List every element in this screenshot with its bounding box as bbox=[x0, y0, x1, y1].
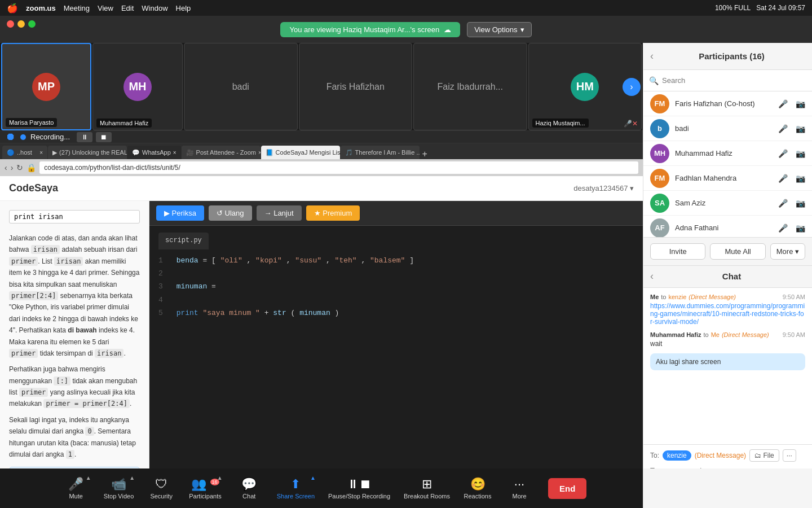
security-toolbar-item[interactable]: 🛡 Security bbox=[142, 471, 181, 505]
view-options-button[interactable]: View Options ▾ bbox=[467, 22, 531, 37]
view-options-chevron: ▾ bbox=[520, 25, 524, 34]
browser-tab-5[interactable]: 🎵 Therefore I Am - Billie ... × bbox=[341, 146, 420, 159]
tab-label-1: (27) Unlocking the REAL Tr... bbox=[59, 149, 127, 156]
menu-view[interactable]: View bbox=[98, 4, 113, 12]
participant-name-mhafiz-list: Muhammad Hafiz bbox=[675, 149, 770, 157]
code-primer: primer bbox=[9, 257, 38, 266]
video-thumb-faris[interactable]: Faris Hafizhan bbox=[299, 43, 413, 130]
recording-pause-button[interactable]: ⏸ bbox=[77, 132, 92, 142]
minimize-button[interactable] bbox=[17, 20, 25, 28]
chat-msg-link-1[interactable]: https://www.dummies.com/programming/prog… bbox=[650, 302, 805, 326]
video-thumb-marisa[interactable]: MP Marisa Paryasto bbox=[1, 43, 91, 130]
sidebar-para-3: Sekali lagi ingat ya, indeks itu angkany… bbox=[9, 414, 140, 461]
bottom-right-spacer bbox=[643, 468, 812, 508]
recording-toolbar-icon: ⏸⏹ bbox=[347, 477, 372, 492]
premium-button[interactable]: ★ Premium bbox=[306, 205, 360, 221]
tab-favicon-2: 💬 bbox=[132, 149, 140, 156]
share-screen-label: Share Screen bbox=[277, 493, 315, 500]
video-icon-badi: 📷 bbox=[796, 124, 805, 133]
maximize-button[interactable] bbox=[28, 20, 36, 28]
video-icon-mhafiz: 📷 bbox=[796, 149, 805, 158]
chat-file-button[interactable]: 🗂 File bbox=[749, 449, 779, 462]
search-input[interactable] bbox=[662, 76, 806, 85]
close-button[interactable] bbox=[7, 20, 14, 28]
menu-help[interactable]: Help bbox=[176, 4, 191, 12]
recording-toolbar-item[interactable]: ⏸⏹ Pause/Stop Recording bbox=[323, 471, 396, 505]
view-options-label: View Options bbox=[474, 25, 517, 34]
app-name[interactable]: zoom.us bbox=[26, 4, 56, 12]
tab-close-3[interactable]: × bbox=[258, 150, 261, 156]
security-icon: 🛡 bbox=[155, 477, 167, 492]
more-toolbar-item[interactable]: ··· More bbox=[500, 471, 539, 505]
participants-list: FM Faris Hafizhan (Co-host) 🎤 📷 b badi 🎤… bbox=[643, 91, 812, 237]
tab-favicon-5: 🎵 bbox=[345, 149, 353, 156]
sidebar-para-1: Jalankan code di atas, dan anda akan lih… bbox=[9, 233, 140, 359]
recording-toolbar-label: Pause/Stop Recording bbox=[328, 493, 390, 500]
browser-tab-4[interactable]: 📘 CodeSayaJ Mengisi List U... × bbox=[261, 146, 340, 159]
chat-msg-header-2: Muhammad Hafiz to Me (Direct Message) 9:… bbox=[650, 331, 805, 338]
reactions-toolbar-item[interactable]: 😊 Reactions bbox=[458, 471, 497, 505]
code-editor[interactable]: script.py 1 benda = [ "oli" , "kopi" , "… bbox=[149, 226, 643, 480]
reactions-label: Reactions bbox=[464, 493, 492, 500]
participants-collapse-button[interactable]: ‹ bbox=[650, 50, 654, 62]
video-thumb-faiz[interactable]: Faiz Ibadurrah... bbox=[413, 43, 527, 130]
more-actions-button[interactable]: More ▾ bbox=[770, 243, 805, 260]
back-button[interactable]: ‹ bbox=[5, 163, 7, 172]
browser-tab-2[interactable]: 💬 WhatsApp × bbox=[127, 146, 181, 159]
video-thumb-badi[interactable]: badi bbox=[184, 43, 298, 130]
mute-toolbar-item[interactable]: ▲ 🎤 Mute bbox=[56, 471, 96, 505]
reload-button[interactable]: ↻ bbox=[16, 163, 23, 172]
stop-video-toolbar-item[interactable]: ▲ 📹 Stop Video bbox=[98, 471, 140, 505]
video-thumb-mhafiz[interactable]: MH Muhammad Hafiz bbox=[92, 43, 183, 130]
chevron-right-icon: › bbox=[630, 82, 633, 92]
tab-label-3: Post Attendee - Zoom bbox=[196, 149, 256, 156]
participants-toolbar-item[interactable]: ▲ 👥 16 Participants bbox=[183, 471, 227, 505]
stop-video-label: Stop Video bbox=[104, 493, 134, 500]
browser-tab-1[interactable]: ▶ (27) Unlocking the REAL Tr... × bbox=[48, 146, 127, 159]
chat-more-button[interactable]: ··· bbox=[783, 449, 796, 462]
end-meeting-button[interactable]: End bbox=[548, 478, 586, 499]
forward-button[interactable]: › bbox=[11, 163, 14, 172]
chat-msg-to-2: Me bbox=[711, 331, 720, 338]
codesaya-user[interactable]: desatya1234567 ▾ bbox=[573, 184, 634, 192]
chat-msg-dm-2: (Direct Message) bbox=[722, 331, 769, 338]
participant-name-adna: Adna Fathani bbox=[675, 224, 770, 232]
mute-all-button[interactable]: Mute All bbox=[710, 243, 765, 260]
code-input-field[interactable] bbox=[9, 210, 140, 224]
chat-toolbar-item[interactable]: 💬 Chat bbox=[230, 471, 269, 505]
code-bracket: [:] bbox=[54, 376, 70, 386]
menu-window[interactable]: Window bbox=[142, 4, 167, 12]
video-strip-next-button[interactable]: › bbox=[623, 78, 641, 96]
chat-msg-time-2: 9:50 AM bbox=[783, 331, 805, 338]
url-bar[interactable] bbox=[39, 161, 638, 174]
tab-close-0[interactable]: × bbox=[39, 150, 43, 156]
share-screen-toolbar-item[interactable]: ▲ ⬆ Share Screen bbox=[271, 471, 320, 505]
recording-stop-button[interactable]: ⏹ bbox=[96, 132, 112, 142]
chat-msg-dm-1: (Direct Message) bbox=[689, 294, 736, 300]
chat-collapse-button[interactable]: ‹ bbox=[650, 270, 654, 282]
browser-tab-0[interactable]: 🔵 ..host × bbox=[2, 146, 47, 159]
browser-tab-3[interactable]: 🎥 Post Attendee - Zoom × bbox=[182, 146, 261, 159]
apple-menu[interactable]: 🍎 bbox=[7, 3, 18, 14]
more-label: More bbox=[512, 493, 526, 500]
chat-to-row: To: kenzie (Direct Message) 🗂 File ··· bbox=[650, 449, 805, 462]
chat-dm-label: (Direct Message) bbox=[695, 452, 746, 459]
chat-messages: Me to kenzie (Direct Message) 9:50 AM ht… bbox=[643, 288, 812, 445]
participant-avatar-badi: b bbox=[650, 119, 669, 138]
invite-button[interactable]: Invite bbox=[650, 243, 705, 260]
code-equals-2: = bbox=[211, 282, 216, 291]
menu-meeting[interactable]: Meeting bbox=[64, 4, 90, 12]
chat-recipient-badge[interactable]: kenzie bbox=[663, 450, 691, 461]
new-tab-button[interactable]: + bbox=[420, 149, 430, 159]
check-button[interactable]: ▶ Periksa bbox=[156, 205, 204, 221]
main-layout: MP Marisa Paryasto MH Muhammad Hafiz bad… bbox=[0, 43, 812, 480]
chat-to-label: To: bbox=[650, 452, 659, 459]
code-line-1: 1 benda = [ "oli" , "kopi" , "susu" , "t… bbox=[158, 254, 634, 267]
tab-close-2[interactable]: × bbox=[173, 150, 176, 156]
tab-favicon-1: ▶ bbox=[52, 149, 57, 156]
menu-edit[interactable]: Edit bbox=[121, 4, 134, 12]
lanjut-button[interactable]: → Lanjut bbox=[257, 205, 302, 221]
menu-bar-right: 100% FULL Sat 24 Jul 09:57 bbox=[715, 4, 805, 12]
ulang-button[interactable]: ↺ Ulang bbox=[209, 205, 252, 221]
breakout-toolbar-item[interactable]: ⊞ Breakout Rooms bbox=[398, 471, 456, 505]
